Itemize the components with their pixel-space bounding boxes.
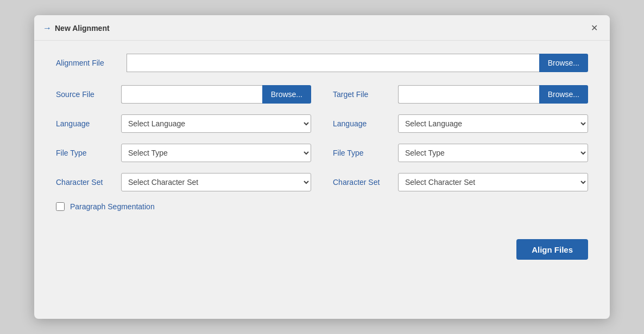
close-button[interactable]: ✕ bbox=[588, 23, 601, 34]
dialog-footer: Align Files bbox=[34, 239, 610, 275]
character-set-row: Character Set Select Character Set Chara… bbox=[56, 173, 588, 191]
source-file-col: Source File Browse... bbox=[56, 85, 322, 104]
source-character-set-select[interactable]: Select Character Set bbox=[121, 173, 311, 191]
target-language-label: Language bbox=[333, 119, 398, 128]
alignment-file-label: Alignment File bbox=[56, 59, 127, 67]
target-file-browse-button[interactable]: Browse... bbox=[539, 85, 588, 104]
target-file-label: Target File bbox=[333, 90, 398, 99]
source-file-type-label: File Type bbox=[56, 149, 121, 157]
dialog-titlebar: → New Alignment ✕ bbox=[34, 15, 610, 41]
source-file-type-col: File Type Select Type bbox=[56, 144, 322, 162]
file-type-row: File Type Select Type File Type Select T… bbox=[56, 144, 588, 162]
source-file-type-select[interactable]: Select Type bbox=[121, 144, 311, 162]
source-character-set-label: Character Set bbox=[56, 178, 121, 187]
source-file-browse-button[interactable]: Browse... bbox=[262, 85, 311, 104]
dialog-body: Alignment File Browse... Source File Bro… bbox=[34, 41, 610, 239]
source-language-select[interactable]: Select Language bbox=[121, 114, 311, 133]
paragraph-segmentation-row: Paragraph Segmentation bbox=[56, 202, 588, 211]
language-row: Language Select Language Language Select… bbox=[56, 114, 588, 133]
target-file-type-label: File Type bbox=[333, 149, 398, 157]
files-row: Source File Browse... Target File Browse… bbox=[56, 85, 588, 104]
alignment-file-input[interactable] bbox=[127, 54, 539, 72]
alignment-file-row: Alignment File Browse... bbox=[56, 54, 588, 72]
paragraph-segmentation-checkbox[interactable] bbox=[56, 202, 65, 211]
align-files-button[interactable]: Align Files bbox=[516, 239, 588, 260]
target-character-set-col: Character Set Select Character Set bbox=[322, 173, 588, 191]
target-character-set-label: Character Set bbox=[333, 178, 398, 187]
target-language-select[interactable]: Select Language bbox=[398, 114, 588, 133]
target-file-input[interactable] bbox=[398, 85, 539, 104]
source-file-input[interactable] bbox=[121, 85, 262, 104]
target-file-type-col: File Type Select Type bbox=[322, 144, 588, 162]
dialog-icon: → bbox=[43, 23, 52, 33]
dialog-title: New Alignment bbox=[55, 24, 588, 33]
source-file-label: Source File bbox=[56, 90, 121, 99]
target-language-col: Language Select Language bbox=[322, 114, 588, 133]
target-character-set-select[interactable]: Select Character Set bbox=[398, 173, 588, 191]
source-character-set-col: Character Set Select Character Set bbox=[56, 173, 322, 191]
paragraph-segmentation-label: Paragraph Segmentation bbox=[70, 202, 155, 211]
alignment-file-browse-button[interactable]: Browse... bbox=[539, 54, 588, 72]
source-language-col: Language Select Language bbox=[56, 114, 322, 133]
target-file-type-select[interactable]: Select Type bbox=[398, 144, 588, 162]
new-alignment-dialog: → New Alignment ✕ Alignment File Browse.… bbox=[34, 15, 610, 319]
source-language-label: Language bbox=[56, 119, 121, 128]
target-file-col: Target File Browse... bbox=[322, 85, 588, 104]
